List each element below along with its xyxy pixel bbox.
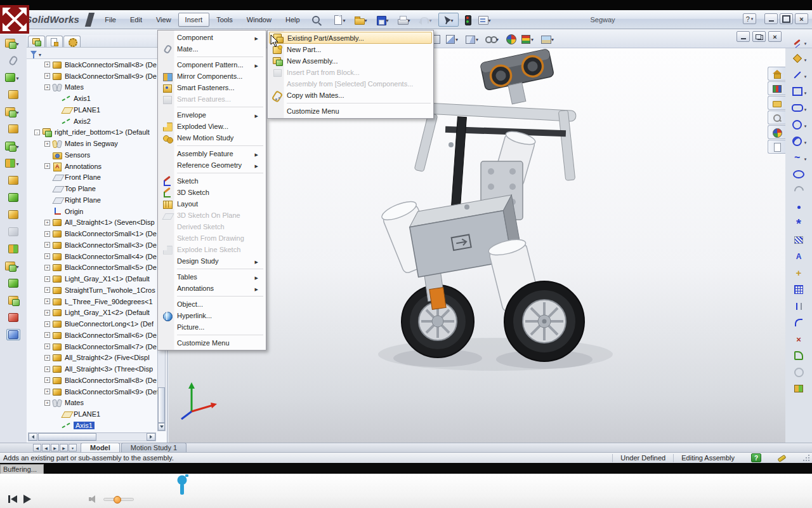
dropdown-arrow-icon[interactable] — [804, 135, 807, 147]
tree-row[interactable]: + Light_Gray_X1<2> (Default — [27, 307, 157, 319]
insert-components-icon[interactable] — [3, 37, 24, 49]
expand-toggle[interactable]: + — [44, 141, 50, 147]
menu-item[interactable] — [159, 55, 265, 59]
arc-icon[interactable] — [792, 185, 805, 196]
move-component-icon[interactable] — [3, 106, 24, 117]
expand-toggle[interactable]: + — [44, 276, 50, 282]
tree-row[interactable]: + BlackConnectorSmall<9> (Def — [27, 386, 157, 398]
menu-item[interactable]: Exploded View... — [159, 121, 265, 132]
tree-row[interactable]: + BlackConnectorSmall<9> (De — [27, 70, 157, 82]
grid-pattern-icon[interactable] — [792, 284, 805, 295]
play-button[interactable] — [22, 494, 33, 504]
dropdown-arrow-icon[interactable] — [16, 260, 22, 272]
tab-scroll-first-button[interactable] — [33, 444, 41, 451]
dropdown-arrow-icon[interactable] — [16, 72, 22, 83]
tree-row[interactable]: + L_Three_Five_90degrees<1 — [27, 296, 157, 307]
expand-toggle[interactable]: + — [44, 355, 50, 361]
tree-row[interactable]: Top Plane — [27, 183, 157, 194]
dropdown-arrow-icon[interactable] — [804, 53, 807, 64]
apply-scene-icon[interactable] — [539, 31, 558, 46]
rectangle-icon[interactable] — [791, 86, 807, 97]
tree-row[interactable]: Origin — [27, 206, 157, 217]
minimize-button[interactable] — [764, 13, 778, 24]
menu-item[interactable]: Tables — [159, 271, 265, 283]
mirror-entities-icon[interactable] — [792, 300, 805, 312]
expand-toggle[interactable]: + — [44, 298, 50, 304]
tree-row[interactable]: + Mates — [27, 82, 157, 93]
tree-row[interactable]: + BlackConnectorSmall<4> (De — [27, 251, 157, 262]
hatch-pattern-icon[interactable] — [792, 234, 805, 246]
options-icon[interactable] — [476, 13, 496, 27]
menu-item[interactable]: Assembly from [Selected] Components... — [269, 78, 432, 90]
tree-row[interactable]: - right_rider_bottom<1> (Default — [27, 127, 157, 138]
menu-button[interactable]: File — [98, 13, 123, 27]
dropdown-arrow-icon[interactable] — [386, 14, 392, 25]
circle-icon[interactable] — [791, 119, 807, 130]
linear-component-pattern-icon[interactable] — [3, 72, 24, 83]
dropdown-arrow-icon[interactable] — [429, 14, 435, 25]
expand-toggle[interactable]: + — [44, 242, 50, 248]
tree-row[interactable]: + BlackConnectorSmall<1> (De — [27, 228, 157, 239]
dropdown-arrow-icon[interactable] — [488, 14, 494, 25]
search-icon[interactable] — [311, 15, 321, 25]
menu-item[interactable]: Mate... — [159, 43, 265, 55]
menu-item[interactable]: Derived Sketch — [159, 221, 265, 232]
expand-toggle[interactable]: + — [44, 400, 50, 406]
menu-button[interactable]: View — [149, 13, 178, 27]
tree-row[interactable]: + StraightTurn_Twohole_1Cros — [27, 284, 157, 296]
save-icon[interactable] — [374, 13, 394, 27]
expand-toggle[interactable]: + — [44, 287, 50, 293]
tree-row[interactable]: PLANE1 — [27, 104, 157, 116]
simulation-icon[interactable] — [6, 295, 20, 306]
menu-item[interactable]: Smart Features... — [159, 93, 265, 105]
tree-row[interactable]: + All_Straight<3> (Three<Disp — [27, 363, 157, 375]
trim-entities-icon[interactable] — [792, 333, 805, 345]
menu-item[interactable] — [159, 171, 265, 175]
menu-item[interactable]: Layout — [159, 198, 265, 210]
menu-item[interactable]: Envelope — [159, 109, 265, 121]
menu-item[interactable]: Annotations — [159, 283, 265, 294]
menu-item[interactable]: Explode Line Sketch — [159, 244, 265, 255]
scroll-down-icon[interactable] — [158, 423, 165, 431]
document-minimize-button[interactable] — [737, 31, 750, 42]
tree-horizontal-scrollbar[interactable] — [28, 432, 156, 441]
menu-item[interactable]: Component — [159, 32, 265, 43]
sketch-icon[interactable] — [791, 36, 807, 48]
menu-item[interactable] — [159, 105, 265, 109]
menu-item[interactable]: Customize Menu — [159, 337, 265, 349]
menu-item[interactable]: 3D Sketch On Plane — [159, 210, 265, 221]
tree-row[interactable]: Axis1 — [27, 93, 157, 104]
search-tab[interactable] — [768, 110, 785, 124]
spline-icon[interactable] — [791, 152, 807, 163]
resize-grip[interactable] — [802, 453, 811, 462]
speaker-icon[interactable] — [89, 495, 99, 503]
dropdown-arrow-icon[interactable] — [804, 36, 807, 48]
measure-icon[interactable] — [6, 329, 20, 340]
menu-item[interactable]: Existing Part/Assembly... — [269, 32, 432, 44]
convert-entities-icon[interactable] — [792, 350, 805, 361]
display-relations-icon[interactable] — [792, 366, 805, 378]
perimeter-circle-icon[interactable] — [791, 135, 807, 147]
expand-toggle[interactable]: + — [44, 332, 50, 338]
document-close-button[interactable]: × — [768, 31, 782, 42]
menu-item[interactable] — [159, 294, 265, 298]
tree-row[interactable]: + BlackConnectorSmall<8> (De — [27, 375, 157, 386]
sketch-picture-icon[interactable] — [792, 383, 805, 394]
tab-scroll-last-button[interactable] — [60, 444, 68, 451]
tree-row[interactable]: Axis1 — [27, 420, 157, 431]
slot-icon[interactable] — [791, 102, 807, 114]
tab-scroll-next-button[interactable] — [51, 444, 59, 451]
dropdown-arrow-icon[interactable] — [455, 33, 461, 44]
expand-toggle[interactable]: + — [44, 231, 50, 237]
tree-row[interactable]: + Light_Gray_X1<1> (Default — [27, 273, 157, 284]
menu-item[interactable]: Insert Part from Block... — [269, 67, 432, 78]
tree-row[interactable]: + All_Straight<2> (Five<Displ — [27, 352, 157, 364]
propertymanager-tab[interactable] — [46, 36, 63, 47]
document-restore-button[interactable] — [752, 31, 766, 42]
menu-item[interactable] — [159, 144, 265, 148]
explode-line-sketch-icon[interactable] — [6, 226, 20, 237]
appearances-scenes-tab[interactable] — [768, 125, 785, 139]
plane-icon[interactable] — [792, 267, 805, 279]
menu-item[interactable]: Object... — [159, 298, 265, 310]
show-hidden-components-icon[interactable] — [3, 140, 24, 152]
